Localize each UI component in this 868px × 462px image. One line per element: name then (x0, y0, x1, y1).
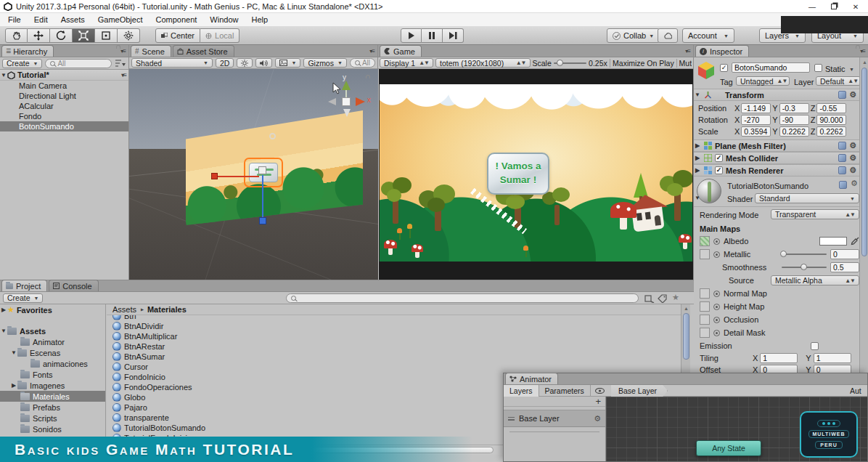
tree-materiales[interactable]: Materiales (0, 391, 105, 402)
hierarchy-item-fondo[interactable]: Fondo (0, 111, 128, 121)
scene-orientation-gizmo[interactable]: y x (327, 73, 373, 124)
smoothness-value-field[interactable]: 0.5 (830, 262, 859, 272)
scale-slider-knob[interactable] (557, 60, 563, 66)
eyedropper-icon[interactable] (851, 237, 859, 246)
mesh-renderer-header[interactable]: ▶ ✓ Mesh Renderer ⚙ (694, 164, 859, 177)
close-button[interactable]: ✕ (845, 1, 867, 12)
emission-checkbox[interactable] (811, 342, 819, 350)
search-by-label-icon[interactable] (658, 294, 667, 303)
tree-prefabs[interactable]: Prefabs (0, 402, 105, 413)
transform-header[interactable]: ▼ Transform ⚙ (694, 89, 859, 101)
maximize-button[interactable] (823, 1, 845, 12)
albedo-color-swatch[interactable] (819, 237, 847, 246)
base-layer-item[interactable]: Base Layer ⚙ (504, 410, 605, 427)
layer-settings-gear-icon[interactable]: ⚙ (594, 414, 601, 423)
hierarchy-filter-icon[interactable] (115, 59, 126, 68)
inspector-panel-menu-icon[interactable]: ▾≡ (860, 48, 865, 54)
source-dropdown[interactable]: Metallic Alpha▲▼ (771, 275, 859, 285)
help-book-icon[interactable] (838, 91, 846, 99)
static-checkbox[interactable] (814, 64, 822, 72)
step-button[interactable] (443, 28, 464, 43)
smoothness-knob[interactable] (801, 264, 807, 270)
inspector-scroll-thumb[interactable] (861, 68, 867, 256)
metallic-texture-thumb[interactable] (700, 249, 710, 259)
rotation-x-field[interactable]: -270 (741, 115, 771, 125)
albedo-texture-thumb[interactable] (700, 236, 710, 246)
add-layer-button[interactable]: + (595, 398, 601, 405)
gizmo-center-handle[interactable] (258, 166, 266, 174)
scale-z-field[interactable]: 0.2262 (816, 126, 846, 137)
mesh-filter-header[interactable]: ▶ Plane (Mesh Filter) ⚙ (694, 139, 859, 152)
display-dropdown[interactable]: Display 1▲▼ (380, 58, 433, 68)
gizmo-x-handle[interactable] (211, 173, 218, 179)
menu-assets[interactable]: Assets (54, 15, 91, 24)
metallic-value-field[interactable]: 0 (830, 249, 859, 259)
play-button[interactable] (401, 28, 422, 43)
tree-assets[interactable]: ▼Assets (0, 325, 105, 336)
scale-tool-button[interactable] (73, 28, 95, 43)
search-by-type-icon[interactable] (644, 294, 655, 303)
tiling-y-field[interactable]: 1 (814, 353, 851, 363)
hierarchy-create-dropdown[interactable]: Create▼ (2, 59, 42, 68)
animator-auto-live-link-clipped[interactable]: Aut (850, 386, 866, 395)
2d-toggle-button[interactable]: 2D (216, 58, 234, 68)
height-map-target-icon[interactable] (713, 304, 720, 310)
help-book-icon[interactable] (838, 142, 846, 150)
transform-tool-button[interactable] (118, 28, 140, 43)
material-gear-icon[interactable]: ⚙ (851, 179, 858, 188)
inspector-scrollbar[interactable]: ▲ (859, 57, 868, 377)
material-row[interactable]: BtnAMultiplicar (107, 331, 681, 341)
layer-dropdown[interactable]: Default▲▼ (816, 76, 861, 86)
cloud-button[interactable] (658, 28, 678, 43)
maximize-on-play-button[interactable]: Maximize On Play (613, 59, 674, 68)
tag-dropdown[interactable]: Untagged▲▼ (736, 76, 790, 86)
lighting-toggle-button[interactable] (237, 58, 253, 68)
scene-tab[interactable]: #Scene (131, 45, 171, 57)
breadcrumb-materiales[interactable]: Materiales (147, 305, 187, 314)
animator-parameters-tab[interactable]: Parameters (539, 385, 591, 397)
tree-sonidos[interactable]: Sonidos (0, 423, 105, 434)
static-dropdown-icon[interactable]: ▼ (849, 67, 854, 72)
material-row[interactable]: BtnADividir (107, 321, 681, 331)
move-tool-button[interactable] (28, 28, 50, 43)
resolution-dropdown[interactable]: totem (1920x1080)▲▼ (435, 58, 530, 68)
hierarchy-tab[interactable]: ☰Hierarchy (1, 45, 54, 57)
gizmo-cube[interactable] (342, 97, 351, 106)
inspector-tab[interactable]: iInspector (695, 45, 749, 57)
y-axis-cone[interactable] (342, 81, 351, 90)
scene-panel-menu-icon[interactable]: ▾≡ (369, 48, 374, 54)
detail-mask-thumb[interactable] (700, 328, 710, 338)
material-row-partial-top[interactable]: Btn (107, 315, 681, 321)
project-scroll-up-arrow[interactable]: ▲ (684, 306, 689, 311)
collab-dropdown[interactable]: Collab▼ (607, 28, 660, 43)
metallic-target-icon[interactable] (713, 251, 720, 258)
scene-search-input[interactable]: All (350, 58, 375, 68)
smoothness-slider[interactable] (782, 267, 827, 268)
position-y-field[interactable]: -0.3 (779, 103, 809, 113)
gizmo-z-handle[interactable] (259, 217, 266, 224)
project-search-input[interactable] (286, 293, 639, 303)
vamos-a-sumar-button[interactable]: ! Vamos a Sumar ! (487, 153, 549, 195)
material-row[interactable]: Cursor (107, 362, 681, 372)
help-book-icon[interactable] (838, 154, 846, 162)
effects-dropdown-button[interactable]: ▼ (275, 58, 300, 68)
object-name-field[interactable]: BotonSumando (732, 62, 810, 73)
project-scroll-thumb[interactable] (683, 313, 689, 360)
detail-mask-target-icon[interactable] (713, 330, 720, 336)
scroll-up-arrow[interactable]: ▲ (862, 60, 867, 65)
menu-edit[interactable]: Edit (28, 15, 54, 24)
rect-tool-button[interactable] (95, 28, 118, 43)
mute-audio-button[interactable]: Mut (679, 59, 692, 68)
help-book-icon[interactable] (838, 166, 846, 174)
material-row[interactable]: BtnARestar (107, 341, 681, 352)
asset-store-tab[interactable]: Asset Store (173, 45, 234, 57)
favorites-star-icon[interactable]: ★ (672, 293, 679, 302)
gizmos-dropdown[interactable]: Gizmos▼ (303, 58, 347, 68)
tree-scripts[interactable]: Scripts (0, 413, 105, 423)
tree-animator[interactable]: Animator (0, 336, 105, 347)
tree-fonts[interactable]: Fonts (0, 369, 105, 380)
metallic-knob[interactable] (780, 251, 787, 257)
tree-favorites[interactable]: ▶★Favorites (0, 304, 105, 315)
animator-tab[interactable]: Animator (505, 373, 558, 384)
menu-gameobject[interactable]: GameObject (91, 15, 150, 24)
